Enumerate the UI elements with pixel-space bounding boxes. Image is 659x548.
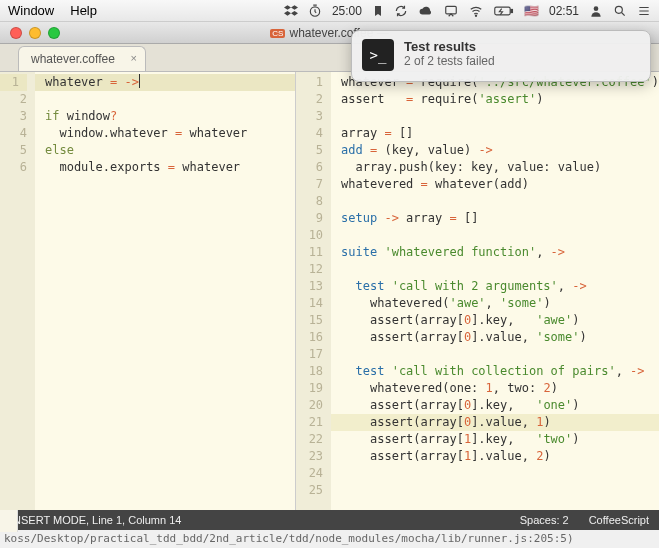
code-line[interactable]: else bbox=[45, 142, 295, 159]
minimize-window-button[interactable] bbox=[29, 27, 41, 39]
svg-point-5 bbox=[594, 6, 599, 11]
code-line[interactable]: suite 'whatevered function', -> bbox=[341, 244, 659, 261]
code-line[interactable]: module.exports = whatever bbox=[45, 159, 295, 176]
battery-icon[interactable] bbox=[494, 5, 514, 17]
chat-icon[interactable] bbox=[444, 4, 458, 18]
test-results-notification[interactable]: >_ Test results 2 of 2 tests failed bbox=[351, 30, 651, 82]
spotlight-icon[interactable] bbox=[613, 4, 627, 18]
code-line[interactable] bbox=[341, 261, 659, 278]
code-line[interactable]: window.whatever = whatever bbox=[45, 125, 295, 142]
code-line[interactable]: if window? bbox=[45, 108, 295, 125]
cloud-icon[interactable] bbox=[418, 4, 434, 18]
status-language[interactable]: CoffeeScript bbox=[589, 514, 649, 526]
code-line[interactable]: assert = require('assert') bbox=[341, 91, 659, 108]
code-line[interactable]: assert(array[1].value, 2) bbox=[341, 448, 659, 465]
code-line[interactable] bbox=[341, 346, 659, 363]
terminal-icon: >_ bbox=[362, 39, 394, 71]
code-line[interactable]: assert(array[0].value, 'some') bbox=[341, 329, 659, 346]
code-line[interactable]: whatevered('awe', 'some') bbox=[341, 295, 659, 312]
timer-value: 25:00 bbox=[332, 4, 362, 18]
code-line[interactable] bbox=[341, 227, 659, 244]
svg-point-2 bbox=[475, 15, 476, 16]
code-line[interactable]: assert(array[0].key, 'one') bbox=[341, 397, 659, 414]
code-line[interactable]: assert(array[0].value, 1) bbox=[331, 414, 659, 431]
flag-icon[interactable]: 🇺🇸 bbox=[524, 4, 539, 18]
left-code[interactable]: whatever = ->if window? window.whatever … bbox=[35, 72, 295, 510]
code-line[interactable]: assert(array[0].key, 'awe') bbox=[341, 312, 659, 329]
svg-point-6 bbox=[615, 6, 622, 13]
svg-rect-4 bbox=[511, 9, 513, 12]
dropbox-icon[interactable] bbox=[284, 4, 298, 18]
menubar-tray: 25:00 🇺🇸 02:51 bbox=[284, 4, 651, 18]
timer-icon[interactable] bbox=[308, 4, 322, 18]
tab-whatever-coffee[interactable]: whatever.coffee × bbox=[18, 46, 146, 71]
menu-window[interactable]: Window bbox=[8, 3, 54, 18]
close-window-button[interactable] bbox=[10, 27, 22, 39]
notification-title: Test results bbox=[404, 39, 495, 54]
status-mode: INSERT MODE, Line 1, Column 14 bbox=[10, 514, 181, 526]
macos-menubar: Window Help 25:00 🇺🇸 02:51 bbox=[0, 0, 659, 22]
user-icon[interactable] bbox=[589, 4, 603, 18]
editor-split: 123456 whatever = ->if window? window.wh… bbox=[0, 72, 659, 510]
zoom-window-button[interactable] bbox=[48, 27, 60, 39]
menu-help[interactable]: Help bbox=[70, 3, 97, 18]
code-line[interactable] bbox=[341, 482, 659, 499]
file-badge: CS bbox=[270, 29, 285, 38]
notification-body: 2 of 2 tests failed bbox=[404, 54, 495, 68]
status-bar: INSERT MODE, Line 1, Column 14 Spaces: 2… bbox=[0, 510, 659, 530]
tab-close-icon[interactable]: × bbox=[130, 52, 136, 64]
status-spaces[interactable]: Spaces: 2 bbox=[520, 514, 569, 526]
background-terminal-line: koss/Desktop/practical_tdd_bdd/2nd_artic… bbox=[0, 530, 659, 548]
right-editor-pane[interactable]: 1234567891011121314151617181920212223242… bbox=[295, 72, 659, 510]
code-line[interactable]: whatevered = whatever(add) bbox=[341, 176, 659, 193]
code-line[interactable]: test 'call with 2 arguments', -> bbox=[341, 278, 659, 295]
svg-rect-3 bbox=[495, 7, 510, 15]
code-line[interactable]: whatevered(one: 1, two: 2) bbox=[341, 380, 659, 397]
tab-label: whatever.coffee bbox=[31, 52, 115, 66]
svg-rect-1 bbox=[446, 6, 457, 14]
code-line[interactable]: setup -> array = [] bbox=[341, 210, 659, 227]
right-code[interactable]: whatever = require('../src/whatever.coff… bbox=[331, 72, 659, 510]
bookmark-icon[interactable] bbox=[372, 4, 384, 18]
left-editor-pane[interactable]: 123456 whatever = ->if window? window.wh… bbox=[0, 72, 295, 510]
code-line[interactable]: array = [] bbox=[341, 125, 659, 142]
clock-value: 02:51 bbox=[549, 4, 579, 18]
code-line[interactable] bbox=[341, 193, 659, 210]
code-line[interactable] bbox=[341, 108, 659, 125]
code-line[interactable] bbox=[45, 91, 295, 108]
code-line[interactable]: test 'call with collection of pairs', -> bbox=[341, 363, 659, 380]
left-gutter: 123456 bbox=[0, 72, 35, 510]
right-gutter: 1234567891011121314151617181920212223242… bbox=[296, 72, 331, 510]
code-line[interactable]: add = (key, value) -> bbox=[341, 142, 659, 159]
code-line[interactable]: whatever = -> bbox=[35, 74, 295, 91]
code-line[interactable] bbox=[341, 465, 659, 482]
code-line[interactable]: assert(array[1].key, 'two') bbox=[341, 431, 659, 448]
wifi-icon[interactable] bbox=[468, 4, 484, 18]
sync-icon[interactable] bbox=[394, 4, 408, 18]
list-icon[interactable] bbox=[637, 4, 651, 18]
code-line[interactable]: array.push(key: key, value: value) bbox=[341, 159, 659, 176]
